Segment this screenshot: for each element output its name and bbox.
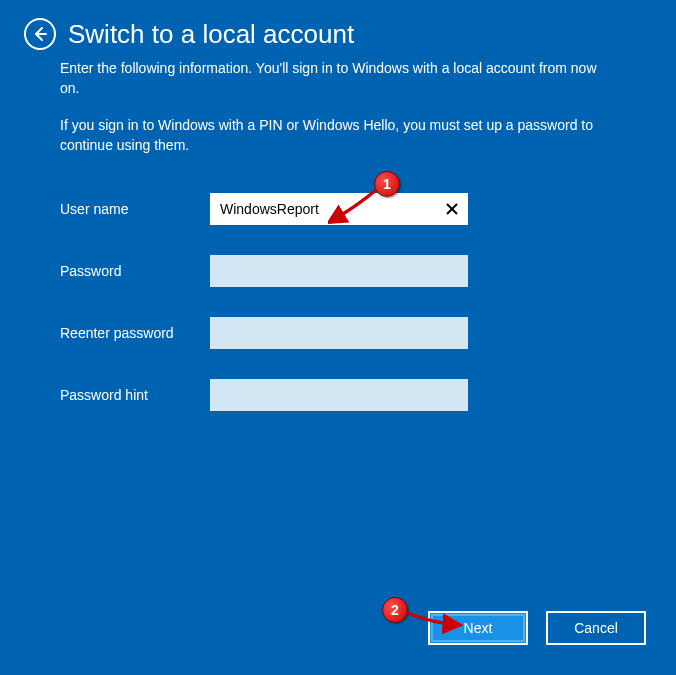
password-input[interactable] — [210, 255, 468, 287]
annotation-marker-1: 1 — [374, 171, 400, 197]
page-title: Switch to a local account — [68, 19, 354, 50]
subtitle-text: Enter the following information. You'll … — [60, 58, 616, 99]
info-text: If you sign in to Windows with a PIN or … — [60, 115, 616, 156]
close-icon — [445, 202, 459, 216]
annotation-arrow-2 — [402, 605, 470, 635]
back-button[interactable] — [24, 18, 56, 50]
reenter-password-input[interactable] — [210, 317, 468, 349]
cancel-button[interactable]: Cancel — [546, 611, 646, 645]
reenter-password-label: Reenter password — [60, 325, 210, 341]
arrow-left-icon — [32, 26, 48, 42]
clear-input-button[interactable] — [442, 199, 462, 219]
password-hint-input[interactable] — [210, 379, 468, 411]
annotation-marker-2: 2 — [382, 597, 408, 623]
password-label: Password — [60, 263, 210, 279]
username-label: User name — [60, 201, 210, 217]
password-hint-label: Password hint — [60, 387, 210, 403]
